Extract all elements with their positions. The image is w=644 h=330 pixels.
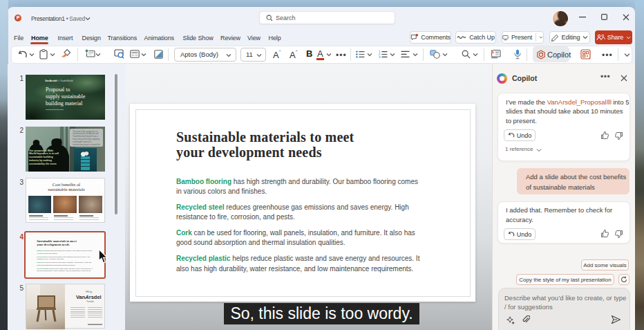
svg-text:3: 3	[379, 55, 381, 58]
